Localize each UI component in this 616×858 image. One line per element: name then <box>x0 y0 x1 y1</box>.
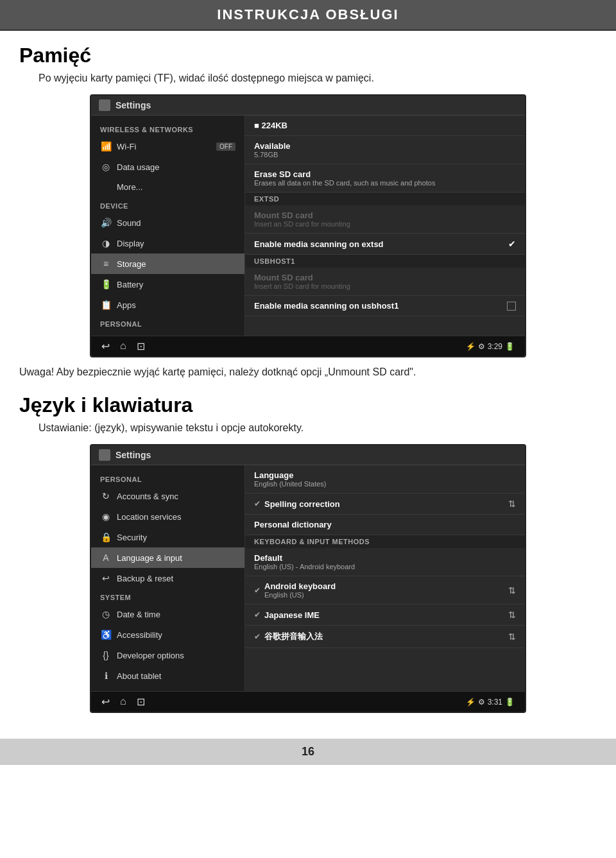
settings-icon-2 <box>99 449 110 461</box>
page-header: INSTRUKCJA OBSŁUGI <box>0 0 616 31</box>
developer-label: Developer options <box>117 651 235 660</box>
sidebar-item-datetime[interactable]: ◷ Date & time <box>91 604 244 624</box>
sidebar-section-device: DEVICE <box>91 197 244 212</box>
sidebar-item-about[interactable]: ℹ About tablet <box>91 665 244 686</box>
extsd-checkmark: ✔ <box>508 239 516 249</box>
lang-item-google-pinyin[interactable]: ✔ 谷歌拼音输入法 ⇅ <box>245 626 525 648</box>
sidebar-item-wifi[interactable]: 📶 Wi-Fi OFF <box>91 136 244 157</box>
android-keyboard-checkmark: ✔ <box>254 586 261 595</box>
titlebar-2: Settings <box>91 445 525 465</box>
wifi-toggle[interactable]: OFF <box>216 142 235 151</box>
language-icon: A <box>100 553 112 563</box>
spelling-checkmark: ✔ <box>254 499 261 508</box>
apps-label: Apps <box>117 300 235 310</box>
display-icon: ◑ <box>100 238 112 248</box>
home-button-2[interactable]: ⌂ <box>120 696 126 708</box>
pinyin-title: 谷歌拼音输入法 <box>264 631 323 642</box>
titlebar-label-2: Settings <box>116 450 151 460</box>
backup-icon: ↩ <box>100 573 112 583</box>
section-keyboard: KEYBOARD & INPUT METHODS <box>245 535 525 548</box>
storage-erase[interactable]: Erase SD card Erases all data on the SD … <box>245 164 525 193</box>
storage-media-extsd[interactable]: Enable media scanning on extsd ✔ <box>245 234 525 255</box>
japanese-ime-settings-icon[interactable]: ⇅ <box>508 610 516 620</box>
android-keyboard-title: Android keyboard <box>264 581 336 591</box>
sidebar-section-system: SYSTEM <box>91 588 244 604</box>
sidebar-item-location[interactable]: ◉ Location services <box>91 506 244 527</box>
spelling-settings-icon[interactable]: ⇅ <box>508 499 516 509</box>
back-button-1[interactable]: ↩ <box>101 340 110 352</box>
titlebar-label-1: Settings <box>116 100 151 110</box>
lang-item-android-keyboard[interactable]: ✔ Android keyboard English (US) ⇅ <box>245 576 525 605</box>
developer-icon: {} <box>100 650 112 660</box>
status-bar-1: ⚡ ⚙ 3:29 🔋 <box>466 342 515 351</box>
section1-title: Pamięć <box>19 44 597 67</box>
sidebar-item-backup[interactable]: ↩ Backup & reset <box>91 568 244 588</box>
mount-extsd-sub: Insert an SD card for mounting <box>254 220 516 228</box>
spelling-title: Spelling correction <box>264 499 340 509</box>
location-icon: ◉ <box>100 511 112 522</box>
sidebar-item-storage[interactable]: ≡ Storage <box>91 253 244 274</box>
japanese-ime-checkmark: ✔ <box>254 610 261 619</box>
sidebar-item-apps[interactable]: 📋 Apps <box>91 295 244 315</box>
storage-erase-title: Erase SD card <box>254 169 516 179</box>
sidebar-item-security[interactable]: 🔒 Security <box>91 527 244 547</box>
recent-button-2[interactable]: ⊡ <box>137 696 145 708</box>
sidebar-item-accessibility[interactable]: ♿ Accessibility <box>91 624 244 645</box>
sidebar-section-wireless: WIRELESS & NETWORKS <box>91 121 244 136</box>
location-label: Location services <box>117 512 235 522</box>
storage-media-usbhost[interactable]: Enable media scanning on usbhost1 <box>245 296 525 316</box>
page-number: 16 <box>302 745 314 758</box>
storage-erase-sub: Erases all data on the SD card, such as … <box>254 179 516 187</box>
lang-item-spelling[interactable]: ✔ Spelling correction ⇅ <box>245 493 525 515</box>
lang-item-dictionary[interactable]: Personal dictionary <box>245 515 525 535</box>
storage-mount-usbhost: Mount SD card Insert an SD card for moun… <box>245 268 525 296</box>
storage-available-sub: 5.78GB <box>254 151 516 159</box>
lang-item-japanese-ime[interactable]: ✔ Japanese IME ⇅ <box>245 605 525 626</box>
settings-content-1: ■ 224KB Available 5.78GB Erase SD card E… <box>245 116 525 336</box>
time-1: 3:29 <box>488 342 502 351</box>
note-text: Uwaga! Aby bezpiecznie wyjąć kartę pamię… <box>19 366 597 378</box>
storage-available-title: Available <box>254 141 516 151</box>
sidebar-item-battery[interactable]: 🔋 Battery <box>91 274 244 295</box>
storage-available[interactable]: Available 5.78GB <box>245 136 525 164</box>
wifi-icon: 📶 <box>100 141 112 151</box>
usbhost-checkbox[interactable] <box>507 302 516 311</box>
recent-button-1[interactable]: ⊡ <box>137 340 145 352</box>
sidebar-item-data-usage[interactable]: ◎ Data usage <box>91 157 244 177</box>
settings-layout-2: PERSONAL ↻ Accounts & sync ◉ Location se… <box>91 465 525 691</box>
back-button-2[interactable]: ↩ <box>101 696 110 708</box>
section-extsd: EXTSD <box>245 193 525 205</box>
sidebar-item-sound[interactable]: 🔊 Sound <box>91 212 244 233</box>
android-keyboard-settings-icon[interactable]: ⇅ <box>508 585 516 596</box>
sidebar-section-personal: PERSONAL <box>91 315 244 330</box>
language-title: Language <box>254 470 516 480</box>
storage-label: Storage <box>117 259 235 269</box>
sidebar-item-developer[interactable]: {} Developer options <box>91 645 244 665</box>
more-label: More... <box>117 182 235 192</box>
lang-item-language[interactable]: Language English (United States) <box>245 465 525 493</box>
apps-icon: 📋 <box>100 300 112 310</box>
status-icons-1: ⚡ ⚙ <box>466 342 484 351</box>
accessibility-icon: ♿ <box>100 630 112 640</box>
home-button-1[interactable]: ⌂ <box>120 340 126 352</box>
settings-icon-1 <box>99 99 110 111</box>
sidebar-item-language[interactable]: A Language & input <box>91 547 244 568</box>
android-keyboard-sub: English (US) <box>264 591 336 599</box>
accounts-icon: ↻ <box>100 491 112 501</box>
section2-title: Język i klawiatura <box>19 393 597 417</box>
page-footer: 16 <box>0 739 616 765</box>
navbar-1: ↩ ⌂ ⊡ ⚡ ⚙ 3:29 🔋 <box>91 336 525 356</box>
data-usage-label: Data usage <box>117 162 235 172</box>
pinyin-settings-icon[interactable]: ⇅ <box>508 631 516 642</box>
section1-desc: Po wyjęciu karty pamięci (TF), widać ilo… <box>38 73 597 84</box>
lang-item-default: Default English (US) - Android keyboard <box>245 548 525 576</box>
mount-usbhost-sub: Insert an SD card for mounting <box>254 282 516 290</box>
sidebar-item-accounts[interactable]: ↻ Accounts & sync <box>91 486 244 506</box>
accounts-label: Accounts & sync <box>117 492 235 501</box>
language-label: Language & input <box>117 553 235 563</box>
settings-layout-1: WIRELESS & NETWORKS 📶 Wi-Fi OFF ◎ Data u… <box>91 116 525 336</box>
sidebar-item-more[interactable]: More... <box>91 177 244 197</box>
sidebar-item-display[interactable]: ◑ Display <box>91 233 244 253</box>
security-label: Security <box>117 533 235 542</box>
status-bar-2: ⚡ ⚙ 3:31 🔋 <box>466 698 515 707</box>
